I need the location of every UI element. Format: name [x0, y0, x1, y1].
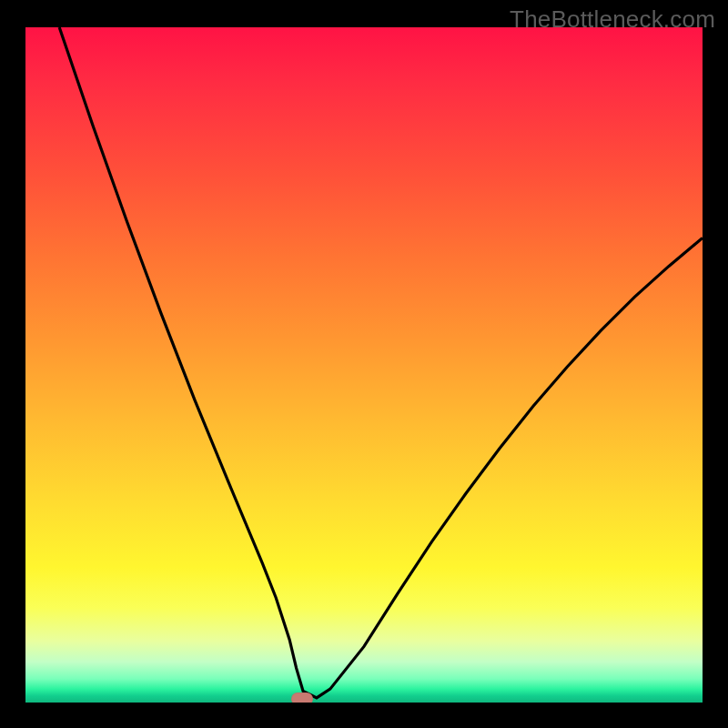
plot-area: [25, 27, 703, 703]
optimal-point-marker: [291, 693, 313, 703]
bottleneck-curve: [59, 27, 703, 698]
curve-layer: [25, 27, 703, 703]
chart-container: TheBottleneck.com: [0, 0, 728, 728]
curve-svg: [25, 27, 703, 703]
